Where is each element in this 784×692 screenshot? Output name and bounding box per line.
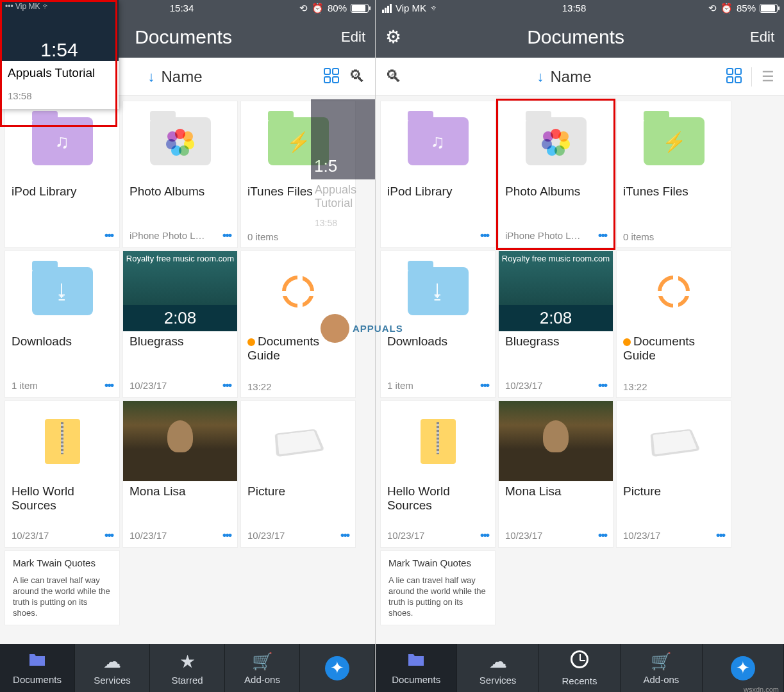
battery-icon <box>351 4 369 13</box>
edit-button[interactable]: Edit <box>341 29 365 45</box>
tab-compass[interactable]: ✦ <box>703 644 784 692</box>
svg-rect-7 <box>735 77 741 83</box>
tile-meta: 13:22 <box>241 378 355 397</box>
more-icon[interactable]: ••• <box>480 379 488 392</box>
more-icon[interactable]: ••• <box>716 529 724 542</box>
header: ⚙ Documents Edit <box>376 16 784 58</box>
signal-icon <box>382 4 392 13</box>
more-icon[interactable]: ••• <box>222 229 231 242</box>
tab-services[interactable]: ☁Services <box>75 644 150 692</box>
tile-name: iPod Library <box>381 181 495 226</box>
tab-label: Starred <box>171 675 203 686</box>
svg-rect-5 <box>735 69 741 74</box>
file-tile[interactable]: Hello World Sources10/23/17••• <box>4 400 120 548</box>
more-icon[interactable]: ••• <box>480 529 488 542</box>
compass-icon: ✦ <box>325 656 349 680</box>
file-tile[interactable]: Mona Lisa10/23/17••• <box>498 400 613 548</box>
note-title: Mark Twain Quotes <box>13 557 112 568</box>
file-tile[interactable]: ⭳Downloads1 item••• <box>4 251 120 398</box>
tab-label: Services <box>480 675 517 686</box>
wifi-icon: ᯤ <box>430 3 440 13</box>
tile-name: Documents Guide <box>241 331 355 378</box>
grid-view-icon[interactable] <box>726 68 742 86</box>
tab-recents[interactable]: Recents <box>539 644 621 692</box>
svg-rect-2 <box>324 77 330 83</box>
note-tile[interactable]: Mark Twain QuotesA lie can travel half w… <box>4 550 120 625</box>
half-tile[interactable]: 1:5 Appuals Tutorial 13:58 <box>311 99 375 232</box>
file-tile[interactable]: Royalty free music room.com2:08Bluegrass… <box>498 251 613 398</box>
status-bar: Vip MK ᯤ 13:58 ⟲ ⏰ 85% <box>376 0 784 16</box>
file-tile[interactable]: Royalty free music room.com2:08Bluegrass… <box>122 251 238 398</box>
tile-meta: 10/23/17••• <box>499 375 613 397</box>
tile-meta: 0 items <box>617 228 731 247</box>
carrier-label: Vip MK <box>396 3 426 13</box>
page-title: Documents <box>401 26 750 48</box>
status-time: 15:34 <box>170 3 194 13</box>
more-icon[interactable]: ••• <box>598 529 606 542</box>
cart-icon: 🛒 <box>651 652 671 671</box>
tile-name: Picture <box>617 481 731 525</box>
tile-name: Photo Albums <box>499 181 613 226</box>
file-tile[interactable]: ⚡iTunes Files0 items <box>616 101 731 248</box>
recent-popup[interactable]: ••• Vip MK ᯤ 1:54 Appuals Tutorial 13:58 <box>0 0 119 109</box>
toolbar: 🔍︎ ↓ Name ☰ <box>376 58 784 96</box>
popup-thumbnail: ••• Vip MK ᯤ 1:54 <box>0 0 119 61</box>
clock-icon <box>571 650 588 673</box>
file-tile[interactable]: Photo AlbumsiPhone Photo L…••• <box>122 101 238 248</box>
tab-documents[interactable]: Documents <box>376 644 457 692</box>
more-icon[interactable]: ••• <box>222 379 231 392</box>
tab-starred[interactable]: ★Starred <box>150 644 225 692</box>
status-time: 13:58 <box>562 3 587 13</box>
search-icon-2[interactable]: 🔍︎ <box>349 67 365 86</box>
more-icon[interactable]: ••• <box>222 529 231 542</box>
file-tile[interactable]: Photo AlbumsiPhone Photo L…••• <box>498 101 613 248</box>
cart-icon: 🛒 <box>252 652 272 671</box>
tile-name: Hello World Sources <box>381 481 495 525</box>
grid-view-icon[interactable] <box>324 68 339 86</box>
more-icon[interactable]: ••• <box>104 379 113 392</box>
file-tile[interactable]: Mona Lisa10/23/17••• <box>122 400 238 548</box>
tile-name: Mona Lisa <box>123 481 237 525</box>
alarm-icon: ⏰ <box>312 3 324 14</box>
more-icon[interactable]: ••• <box>104 529 113 542</box>
tile-meta: 10/23/17••• <box>499 525 613 547</box>
more-icon[interactable]: ••• <box>104 229 113 242</box>
tab-label: Documents <box>13 674 62 685</box>
edit-button[interactable]: Edit <box>750 29 774 45</box>
popup-title: Appuals Tutorial <box>0 61 119 85</box>
tile-meta: 10/23/17••• <box>617 525 731 547</box>
tab-services[interactable]: ☁Services <box>457 644 538 692</box>
footer-watermark: wsxdn.com <box>744 686 779 692</box>
tab-add-ons[interactable]: 🛒Add-ons <box>621 644 702 692</box>
search-icon[interactable]: 🔍︎ <box>385 67 402 86</box>
file-tile[interactable]: ♫iPod Library••• <box>4 101 120 248</box>
tile-meta: 10/23/17••• <box>241 525 355 547</box>
file-grid[interactable]: ♫iPod Library•••Photo AlbumsiPhone Photo… <box>376 96 784 644</box>
file-tile[interactable]: ⭳Downloads1 item••• <box>380 251 496 398</box>
tab-compass[interactable]: ✦ <box>300 644 375 692</box>
list-view-icon[interactable]: ☰ <box>762 69 774 85</box>
more-icon[interactable]: ••• <box>598 379 606 392</box>
svg-rect-3 <box>333 77 338 83</box>
more-icon[interactable]: ••• <box>598 229 606 242</box>
lock-icon: ⟲ <box>299 3 308 14</box>
file-tile[interactable]: Picture10/23/17••• <box>616 400 731 548</box>
file-tile[interactable]: Picture10/23/17••• <box>240 400 356 548</box>
gear-icon[interactable]: ⚙ <box>385 26 401 47</box>
note-tile[interactable]: Mark Twain QuotesA lie can travel half w… <box>380 550 496 625</box>
battery-pct: 85% <box>737 3 756 13</box>
tile-name: Hello World Sources <box>5 481 119 525</box>
tab-add-ons[interactable]: 🛒Add-ons <box>225 644 300 692</box>
file-tile[interactable]: Hello World Sources10/23/17••• <box>380 400 496 548</box>
more-icon[interactable]: ••• <box>340 529 349 542</box>
more-icon[interactable]: ••• <box>480 229 488 242</box>
sort-button[interactable]: ↓ Name <box>412 68 717 86</box>
right-screenshot: Vip MK ᯤ 13:58 ⟲ ⏰ 85% ⚙ Documents Edit … <box>375 0 784 692</box>
tile-meta: ••• <box>5 226 119 247</box>
file-tile[interactable]: Documents Guide13:22 <box>616 251 731 398</box>
tile-name: Mona Lisa <box>499 481 613 525</box>
tab-documents[interactable]: Documents <box>0 644 75 692</box>
file-tile[interactable]: Documents Guide13:22 <box>240 251 356 398</box>
tile-name: Documents Guide <box>617 331 731 378</box>
file-tile[interactable]: ♫iPod Library••• <box>380 101 496 248</box>
